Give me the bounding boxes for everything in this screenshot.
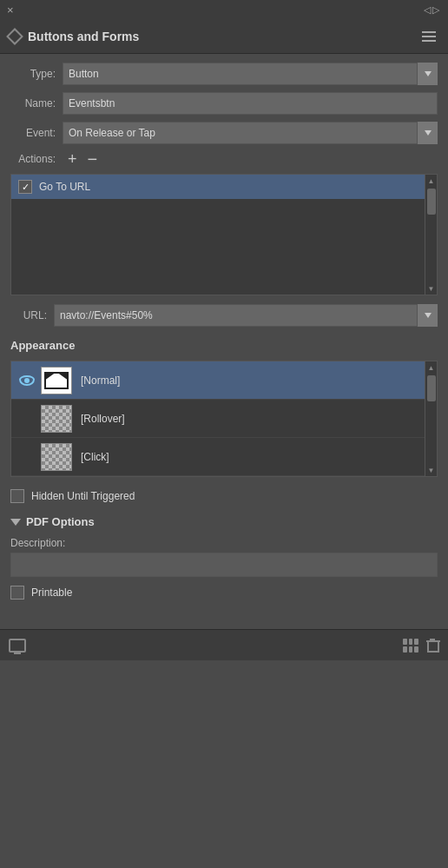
appearance-item-normal[interactable]: [Normal] xyxy=(11,361,437,400)
event-label: Event: xyxy=(10,127,63,139)
rollover-eye-placeholder xyxy=(18,410,36,427)
remove-action-button[interactable]: − xyxy=(82,152,103,166)
normal-thumb xyxy=(41,367,72,394)
printable-label: Printable xyxy=(31,586,72,599)
appearance-label-click: [Click] xyxy=(81,451,109,463)
actions-list: Go To URL ▲ ▼ xyxy=(10,174,438,295)
close-icon[interactable]: × xyxy=(7,3,14,17)
url-label: URL: xyxy=(10,309,54,321)
appearance-scroll-down[interactable]: ▼ xyxy=(425,464,438,476)
type-label: Type: xyxy=(10,68,63,80)
appearance-label-normal: [Normal] xyxy=(81,374,120,387)
nav-icons: ◁▷ xyxy=(424,4,441,16)
scroll-up-arrow[interactable]: ▲ xyxy=(425,175,438,187)
action-item-go-to-url[interactable]: Go To URL xyxy=(11,175,437,199)
appearance-scrollbar[interactable]: ▲ ▼ xyxy=(425,361,437,476)
grid-icon[interactable] xyxy=(403,639,418,653)
scroll-thumb[interactable] xyxy=(427,189,436,215)
add-action-button[interactable]: + xyxy=(63,151,82,167)
printable-checkbox[interactable] xyxy=(10,586,24,600)
hidden-until-triggered-checkbox[interactable] xyxy=(10,489,24,503)
appearance-item-click[interactable]: [Click] xyxy=(11,438,437,476)
appearance-section-title: Appearance xyxy=(10,339,438,354)
appearance-item-rollover[interactable]: [Rollover] xyxy=(11,400,437,438)
appearance-scroll-up[interactable]: ▲ xyxy=(425,361,438,374)
panel-menu-button[interactable] xyxy=(418,28,439,45)
click-thumb xyxy=(41,443,72,471)
name-label: Name: xyxy=(10,97,63,109)
scroll-down-arrow[interactable]: ▼ xyxy=(425,282,438,295)
action-label-go-to-url: Go To URL xyxy=(39,181,90,193)
panel-title: Buttons and Forms xyxy=(28,30,139,43)
click-eye-placeholder xyxy=(18,448,36,466)
panel-header: Buttons and Forms xyxy=(0,19,448,54)
panel-footer xyxy=(0,629,448,660)
panel-diamond-icon xyxy=(6,28,23,45)
action-checkbox-go-to-url[interactable] xyxy=(18,180,32,194)
appearance-scroll-thumb[interactable] xyxy=(427,375,436,401)
type-select[interactable]: Button xyxy=(63,63,438,85)
top-bar: × ◁▷ xyxy=(0,0,448,19)
name-input[interactable] xyxy=(63,92,438,115)
appearance-list: [Normal] [Rollover] [Click] ▲ ▼ xyxy=(10,361,438,477)
event-select[interactable]: On Release or Tap xyxy=(63,122,438,144)
pdf-options-triangle xyxy=(10,519,21,526)
url-select[interactable]: navto://Events#50% xyxy=(54,304,438,327)
actions-label: Actions: xyxy=(10,153,63,165)
description-label: Description: xyxy=(10,537,438,549)
hidden-until-triggered-label: Hidden Until Triggered xyxy=(31,490,135,502)
rollover-thumb xyxy=(41,405,72,433)
actions-scrollbar[interactable]: ▲ ▼ xyxy=(425,175,437,295)
pdf-options-header[interactable]: PDF Options xyxy=(10,515,438,528)
description-input[interactable] xyxy=(10,553,438,577)
preview-monitor-icon[interactable] xyxy=(9,639,26,653)
eye-icon xyxy=(18,372,36,389)
appearance-label-rollover: [Rollover] xyxy=(81,413,125,425)
pdf-options-title: PDF Options xyxy=(26,515,95,528)
delete-icon[interactable] xyxy=(427,639,439,653)
